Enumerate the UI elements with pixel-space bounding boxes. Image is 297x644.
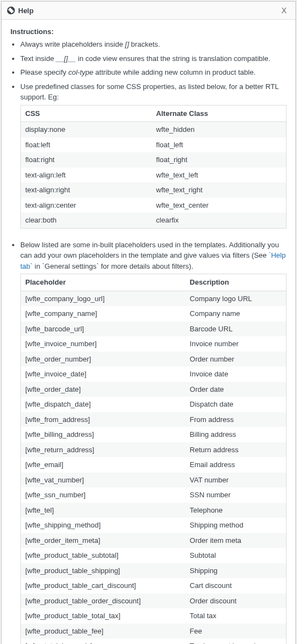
placeholder-cell: [wfte_billing_address]: [21, 427, 186, 442]
placeholder-cell: [wfte_product_table_total_tax]: [21, 608, 186, 624]
instr-placeholder: []: [125, 40, 129, 48]
help-icon: [7, 7, 15, 14]
table-row: [wfte_shipping_method]Shipping method: [21, 518, 287, 533]
table-row: [wfte_invoice_number]Invoice number: [21, 336, 287, 352]
instruction-item: Use predefined classes for some CSS prop…: [20, 81, 287, 229]
css-property-cell: display:none: [21, 122, 152, 137]
description-cell: Order item meta: [186, 533, 287, 548]
placeholder-cell: [wfte_vat_number]: [21, 473, 186, 488]
instr-text: Text inside: [20, 54, 56, 63]
css-classes-table: CSS Alternate Class display:nonewfte_hid…: [20, 105, 287, 229]
alt-class-cell: wfte_text_center: [152, 198, 286, 213]
table-row: [wfte_from_address]From address: [21, 412, 287, 428]
description-cell: Total tax: [186, 608, 287, 624]
instr-text: in code view ensures that the string is …: [76, 54, 270, 63]
placeholder-cell: [wfte_product_table_subtotal]: [21, 548, 186, 563]
description-cell: Billing address: [186, 427, 287, 442]
description-cell: VAT number: [186, 473, 287, 488]
description-cell: Telephone: [186, 503, 287, 518]
placeholder-cell: [wfte_tel]: [21, 503, 186, 518]
alt-class-cell: float_right: [152, 152, 286, 168]
placeholder-cell: [wfte_product_table_cart_discount]: [21, 578, 186, 593]
dialog-title-wrap: Help: [7, 7, 33, 15]
alt-class-cell: float_left: [152, 137, 286, 153]
description-cell: Invoice date: [186, 367, 287, 382]
instr-text: Always write placeholders inside: [20, 40, 125, 48]
css-property-cell: float:left: [21, 137, 152, 153]
instr-text: brackets.: [129, 40, 160, 48]
css-table-header: Alternate Class: [152, 105, 286, 122]
table-row: float:rightfloat_right: [21, 152, 287, 168]
table-row: [wfte_invoice_date]Invoice date: [21, 367, 287, 382]
instr-text: Below listed are some in-built placehold…: [20, 241, 279, 260]
table-row: [wfte_order_number]Order number: [21, 352, 287, 367]
placeholder-cell: [wfte_company_name]: [21, 306, 186, 321]
table-row: [wfte_order_item_meta]Order item meta: [21, 533, 287, 548]
table-row: [wfte_billing_address]Billing address: [21, 427, 287, 442]
dialog-title: Help: [18, 7, 33, 15]
description-cell: Email address: [186, 457, 287, 473]
placeholder-cell: [wfte_product_table_order_discount]: [21, 593, 186, 609]
alt-class-cell: wfte_text_left: [152, 168, 286, 183]
table-row: [wfte_order_date]Order date: [21, 382, 287, 397]
description-cell: Invoice number: [186, 336, 287, 352]
description-cell: Shipping method: [186, 518, 287, 533]
alt-class-cell: wfte_text_right: [152, 182, 286, 198]
placeholder-cell: [wfte_product_table_fee]: [21, 624, 186, 639]
placeholder-cell: [wfte_company_logo_url]: [21, 291, 186, 306]
table-row: [wfte_product_table_subtotal]Subtotal: [21, 548, 287, 563]
description-cell: From address: [186, 412, 287, 428]
table-row: text-align:rightwfte_text_right: [21, 182, 287, 198]
ph-table-header: Description: [186, 274, 287, 291]
description-cell: Shipping: [186, 563, 287, 579]
placeholder-cell: [wfte_invoice_number]: [21, 336, 186, 352]
table-row: [wfte_barcode_url]Barcode URL: [21, 321, 287, 337]
placeholder-cell: [wfte_total_in_words]: [21, 639, 186, 644]
placeholder-cell: [wfte_invoice_date]: [21, 367, 186, 382]
placeholder-cell: [wfte_order_date]: [21, 382, 186, 397]
instr-text: in `General settings` for more details a…: [32, 262, 193, 270]
placeholder-cell: [wfte_shipping_method]: [21, 518, 186, 533]
description-cell: Order number: [186, 352, 287, 367]
css-property-cell: float:right: [21, 152, 152, 168]
alt-class-cell: wfte_hidden: [152, 122, 286, 137]
table-row: [wfte_email]Email address: [21, 457, 287, 473]
help-dialog: Help X Instructions: Always write placeh…: [1, 1, 296, 644]
table-row: [wfte_product_table_order_discount]Order…: [21, 593, 287, 609]
css-property-cell: text-align:right: [21, 182, 152, 198]
placeholder-cell: [wfte_order_number]: [21, 352, 186, 367]
table-row: text-align:leftwfte_text_left: [21, 168, 287, 183]
table-row: float:leftfloat_left: [21, 137, 287, 153]
description-cell: Barcode URL: [186, 321, 287, 337]
placeholder-cell: [wfte_product_table_shipping]: [21, 563, 186, 579]
instr-placeholder: __[]__: [56, 54, 76, 63]
table-row: [wfte_dispatch_date]Dispatch date: [21, 397, 287, 412]
description-cell: Order discount: [186, 593, 287, 609]
description-cell: Return address: [186, 442, 287, 458]
table-row: [wfte_total_in_words]Total amount in wor…: [21, 639, 287, 644]
instruction-item: Text inside __[]__ in code view ensures …: [20, 53, 287, 64]
instructions-heading: Instructions:: [10, 27, 287, 36]
table-row: display:nonewfte_hidden: [21, 122, 287, 137]
dialog-content: Instructions: Always write placeholders …: [2, 20, 295, 644]
instr-text: attribute while adding new column in pro…: [93, 68, 256, 76]
description-cell: SSN number: [186, 487, 287, 503]
alt-class-cell: clearfix: [152, 213, 286, 228]
placeholder-cell: [wfte_return_address]: [21, 442, 186, 458]
description-cell: Total amount in words: [186, 639, 287, 644]
table-row: [wfte_company_logo_url]Company logo URL: [21, 291, 287, 306]
description-cell: Cart discount: [186, 578, 287, 593]
table-row: [wfte_vat_number]VAT number: [21, 473, 287, 488]
table-row: [wfte_tel]Telephone: [21, 503, 287, 518]
table-row: [wfte_product_table_total_tax]Total tax: [21, 608, 287, 624]
placeholder-cell: [wfte_order_item_meta]: [21, 533, 186, 548]
description-cell: Order date: [186, 382, 287, 397]
placeholder-cell: [wfte_from_address]: [21, 412, 186, 428]
placeholder-cell: [wfte_ssn_number]: [21, 487, 186, 503]
dialog-header: Help X: [2, 2, 295, 20]
placeholder-table: Placeholder Description [wfte_company_lo…: [20, 274, 287, 644]
instruction-item: Below listed are some in-built placehold…: [20, 240, 287, 645]
table-row: [wfte_company_name]Company name: [21, 306, 287, 321]
placeholder-section: Below listed are some in-built placehold…: [10, 240, 287, 645]
close-button[interactable]: X: [278, 5, 290, 16]
